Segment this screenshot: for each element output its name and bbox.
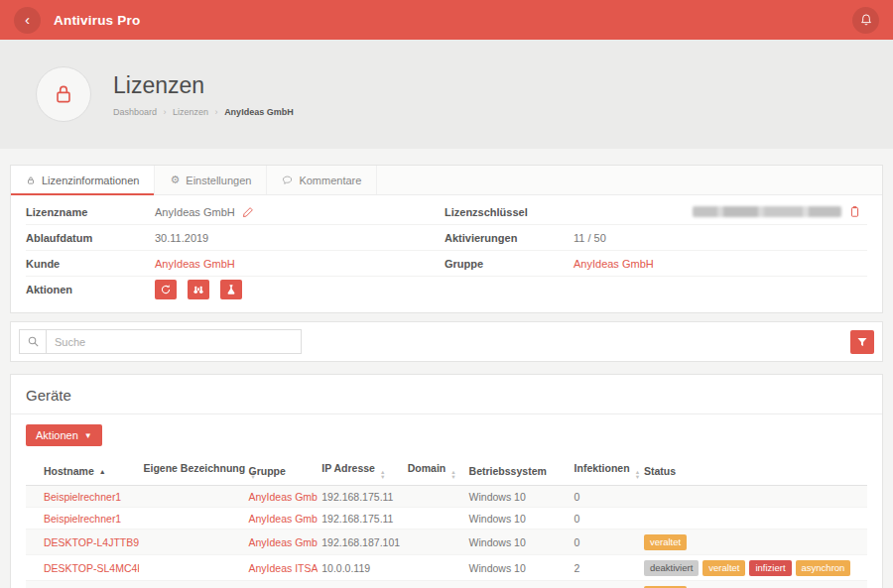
clipboard-icon[interactable]: [848, 205, 861, 218]
aktivierungen-value: 11 / 50: [574, 232, 606, 244]
devices-actions-dropdown[interactable]: Aktionen ▼: [26, 424, 102, 446]
hostname-link[interactable]: DESKTOP-SL4MC4K: [44, 562, 139, 574]
gruppe-link[interactable]: AnyIdeas GmbH: [248, 491, 318, 503]
breadcrumb-separator: ›: [164, 107, 167, 117]
sort-asc-icon: ▲: [99, 468, 106, 475]
gruppe-link[interactable]: AnyIdeas GmbH: [574, 258, 654, 270]
tab-lizenzinformationen[interactable]: Lizenzinformationen: [11, 166, 155, 194]
license-tab-icon: [26, 176, 36, 185]
field-aktionen: Aktionen: [26, 277, 445, 302]
notifications-button[interactable]: [852, 7, 879, 34]
breadcrumb: Dashboard › Lizenzen › AnyIdeas GmbH: [113, 107, 294, 117]
field-lizenzname: Lizenzname AnyIdeas GmbH: [26, 199, 445, 225]
bell-icon: [859, 13, 873, 27]
devices-table-body: Beispielrechner1AnyIdeas GmbH192.168.175…: [26, 486, 867, 588]
back-button[interactable]: ‹: [14, 7, 41, 34]
field-label: Lizenzname: [26, 206, 155, 218]
kunde-link[interactable]: AnyIdeas GmbH: [155, 258, 235, 270]
field-label: Gruppe: [445, 258, 574, 270]
edit-pencil-icon[interactable]: [242, 206, 254, 218]
status-badge: veraltet: [644, 534, 687, 550]
ablaufdatum-value: 30.11.2019: [155, 232, 208, 244]
filter-button[interactable]: [850, 330, 874, 354]
hostname-link[interactable]: Beispielrechner1: [44, 513, 121, 525]
col-infektionen[interactable]: Infektionen▲▼: [571, 456, 640, 486]
page-header: Lizenzen Dashboard › Lizenzen › AnyIdeas…: [0, 40, 893, 149]
device-row: DESKTOP-SL4MC4KAnyIdeas ITSA10.0.0.119Wi…: [26, 555, 867, 581]
status-cell: deaktiviertveraltetinfiziertasynchron: [640, 555, 867, 581]
col-betriebssystem[interactable]: Betriebssystem: [465, 456, 571, 486]
search-icon: [19, 329, 46, 354]
tab-einstellungen[interactable]: ⚙ Einstellungen: [155, 166, 267, 194]
status-badge: deaktiviert: [644, 560, 699, 576]
actions-label: Aktionen: [36, 429, 78, 441]
device-row: DESKTOP-VQPTQU2AnyIdeas GmbH10.0.0.10Win…: [26, 581, 867, 588]
device-row: DESKTOP-L4JTTB9AnyIdeas GmbH192.168.187.…: [26, 529, 867, 555]
sort-icon: ▲▼: [635, 470, 640, 479]
breadcrumb-current: AnyIdeas GmbH: [224, 107, 294, 117]
status-cell: [640, 508, 867, 529]
hostname-link[interactable]: Beispielrechner1: [44, 491, 121, 503]
status-cell: [640, 486, 867, 508]
gruppe-link[interactable]: AnyIdeas GmbH: [248, 536, 318, 548]
tab-label: Einstellungen: [186, 175, 251, 186]
breadcrumb-lizenzen[interactable]: Lizenzen: [173, 107, 208, 117]
field-gruppe: Gruppe AnyIdeas GmbH: [445, 251, 867, 277]
breadcrumb-dashboard[interactable]: Dashboard: [113, 107, 157, 117]
col-eigene-bezeichnung[interactable]: Eigene Bezeichnung▲▼: [139, 456, 244, 486]
field-ablaufdatum: Ablaufdatum 30.11.2019: [26, 225, 445, 251]
funnel-icon: [856, 336, 868, 348]
search-input-group: [19, 329, 302, 354]
chevron-down-icon: ▼: [84, 431, 92, 440]
license-key-redacted: [693, 206, 841, 217]
tab-label: Lizenzinformationen: [42, 175, 139, 186]
search-input[interactable]: [46, 329, 302, 354]
col-ip-adresse[interactable]: IP Adresse▲▼: [318, 456, 403, 486]
field-label: Ablaufdatum: [26, 232, 155, 244]
devices-section-title: Geräte: [11, 387, 882, 413]
field-label: Lizenzschlüssel: [445, 206, 574, 218]
col-domain[interactable]: Domain▲▼: [404, 456, 465, 486]
hostname-link[interactable]: DESKTOP-L4JTTB9: [44, 536, 139, 548]
refresh-license-button[interactable]: [155, 280, 177, 299]
app-title: Antivirus Pro: [54, 13, 140, 28]
field-label: Aktionen: [26, 284, 155, 295]
tab-bar: Lizenzinformationen ⚙ Einstellungen Komm…: [11, 166, 882, 195]
status-badge: infiziert: [749, 560, 791, 576]
col-gruppe[interactable]: Gruppe: [244, 456, 318, 486]
field-label: Aktivierungen: [445, 232, 574, 244]
tab-label: Kommentare: [299, 175, 361, 186]
license-card: Lizenzinformationen ⚙ Einstellungen Komm…: [10, 165, 883, 313]
refresh-icon: [160, 284, 172, 295]
top-navigation-bar: ‹ Antivirus Pro: [0, 0, 893, 40]
status-badge: asynchron: [796, 560, 851, 576]
status-badge: veraltet: [702, 560, 745, 576]
back-chevron-icon: ‹: [25, 12, 30, 27]
lizenzname-value: AnyIdeas GmbH: [155, 206, 235, 218]
scan-devices-button[interactable]: [188, 280, 209, 299]
device-row: Beispielrechner1AnyIdeas GmbH192.168.175…: [26, 486, 867, 508]
field-lizenzschluessel: Lizenzschlüssel: [445, 199, 867, 225]
field-aktivierungen: Aktivierungen 11 / 50: [445, 225, 867, 251]
device-row: Beispielrechner1AnyIdeas GmbH192.168.175…: [26, 508, 867, 529]
col-status[interactable]: Status: [640, 456, 867, 486]
tab-kommentare[interactable]: Kommentare: [267, 166, 377, 194]
page-title: Lizenzen: [113, 72, 294, 99]
devices-table: Hostname▲ Eigene Bezeichnung▲▼ Gruppe IP…: [26, 456, 867, 588]
sort-icon: ▲▼: [380, 470, 385, 479]
delete-license-button[interactable]: [220, 280, 242, 299]
gear-icon: ⚙: [170, 174, 180, 186]
license-avatar: [36, 66, 91, 122]
field-kunde: Kunde AnyIdeas GmbH: [26, 251, 445, 277]
gruppe-link[interactable]: AnyIdeas GmbH: [248, 513, 318, 525]
col-hostname[interactable]: Hostname▲: [26, 456, 139, 486]
sort-icon: ▲▼: [450, 470, 455, 479]
license-info-panel: Lizenzname AnyIdeas GmbH Lizenzschlüssel: [11, 195, 882, 312]
binoculars-icon: [192, 284, 204, 295]
field-label: Kunde: [26, 258, 155, 270]
gruppe-link[interactable]: AnyIdeas ITSA: [248, 562, 318, 574]
status-cell: veraltet: [640, 581, 867, 588]
lock-icon: [51, 81, 76, 107]
comment-icon: [282, 175, 293, 185]
search-card: [10, 321, 883, 362]
